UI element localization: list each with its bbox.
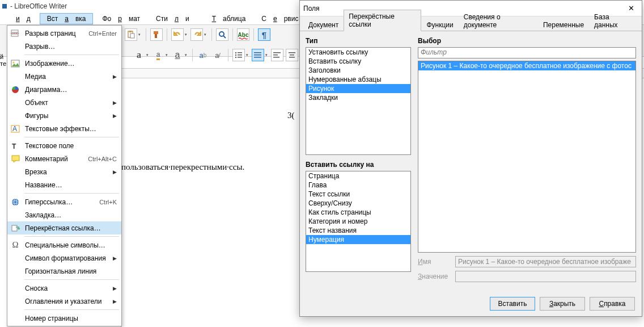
menu-item-19[interactable]: ΩСпециальные символы… [7,238,121,251]
insertref-label: Вставить ссылку на [306,161,411,169]
menu-format[interactable]: Формат [95,14,147,24]
dialog-button-bar: Вставить Закрыть Справка [490,297,635,311]
redo-icon[interactable] [190,28,203,41]
list-item[interactable]: Установить ссылку [306,48,410,57]
underline-icon[interactable]: a [171,49,184,61]
paste-icon[interactable] [125,28,137,41]
blank-icon [10,167,21,177]
svg-rect-34 [12,225,17,231]
menu-item-23[interactable]: Сноска▶ [7,282,121,295]
submenu-arrow-icon: ▶ [113,113,117,119]
list-item[interactable]: Закладки [306,93,410,102]
formatting-marks-icon[interactable]: ¶ [258,28,270,41]
selection-listbox[interactable]: Рисунок 1 – Какое-то очередное бесплатно… [418,61,636,253]
menu-item-11[interactable]: КомментарийCtrl+Alt+C [7,152,121,165]
close-button[interactable]: Закрыть [540,297,585,311]
svg-rect-16 [273,52,281,53]
list-item[interactable]: Текст названия [306,226,410,235]
tab-0[interactable]: Документ [303,18,344,31]
menu-item-label: Комментарий [25,155,79,163]
menu-item-12[interactable]: Врезка▶ [7,165,121,178]
menu-item-4[interactable]: Медиа▶ [7,70,121,83]
filter-input[interactable]: Фильтр [418,47,636,58]
list-item[interactable]: Нумерованные абзацы [306,75,410,84]
menu-item-label: Разрыв страниц [25,30,80,37]
list-item[interactable]: Рисунок 1 – Какое-то очередное бесплатно… [418,61,635,70]
blank-icon [10,98,21,108]
comment-icon [10,154,21,164]
tab-1[interactable]: Перекрёстные ссылки [344,10,421,31]
dropdown-arrow-icon[interactable]: ▾ [203,32,207,37]
type-listbox[interactable]: Установить ссылкуВставить ссылкуЗаголовк… [306,47,411,155]
find-icon[interactable] [216,28,228,41]
menu-item-1[interactable]: Разрыв… [7,40,121,53]
number-list-icon[interactable] [252,49,264,61]
undo-icon[interactable] [171,28,184,41]
menu-item-26[interactable]: Номер страницы [7,312,121,325]
menu-item-label: Разрыв… [25,43,117,51]
align-center-icon[interactable] [286,49,298,61]
omega-icon: Ω [10,240,21,250]
blank-icon [10,296,21,307]
insertref-listbox[interactable]: СтраницаГлаваТекст ссылкиСверху/СнизуКак… [306,171,411,272]
help-button[interactable]: Справка [590,297,635,311]
list-item[interactable]: Рисунок [306,84,410,93]
menu-item-3[interactable]: Изображение… [7,57,121,70]
menu-item-13[interactable]: Название… [7,178,121,191]
char-style-icon[interactable]: ab [197,49,209,61]
blank-icon [10,210,21,220]
list-item[interactable]: Текст ссылки [306,190,410,199]
list-item[interactable]: Глава [306,181,410,190]
dropdown-arrow-icon[interactable]: ▾ [137,32,142,37]
svg-point-11 [235,57,236,58]
menu-item-20[interactable]: Символ форматирования▶ [7,251,121,265]
value-field [455,271,636,282]
left-edge-text: й те [0,53,6,64]
menu-item-10[interactable]: TТекстовое поле [7,139,121,152]
align-left-icon[interactable] [271,49,283,61]
menu-tools[interactable]: Сервис [255,14,305,24]
menu-item-16[interactable]: Закладка… [7,208,121,221]
list-item[interactable]: Категория и номер [306,217,410,226]
spellcheck-icon[interactable]: Abc [237,28,249,41]
menu-item-21[interactable]: Горизонтальная линия [7,265,121,278]
list-item[interactable]: Заголовки [306,66,410,75]
tab-3[interactable]: Сведения о документе [459,10,538,31]
menu-item-7[interactable]: Фигуры▶ [7,109,121,122]
menu-item-15[interactable]: Гиперссылка…Ctrl+K [7,195,121,208]
menu-item-5[interactable]: Диаграмма… [7,83,121,96]
menu-item-17[interactable]: Перекрёстная ссылка… [7,221,121,234]
menu-view[interactable]: ид [2,14,37,24]
svg-text:T: T [12,142,16,150]
svg-point-7 [235,52,236,53]
tab-2[interactable]: Функции [421,18,458,31]
document-page[interactable]: 3( пользоваться·перекрестными·ссы. [121,78,299,327]
svg-rect-4 [155,34,157,38]
bold-icon[interactable]: a [133,49,145,61]
insert-button[interactable]: Вставить [490,297,535,311]
blank-icon [10,180,21,190]
list-item[interactable]: Сверху/Снизу [306,199,410,208]
menu-item-label: Медиа [25,73,107,81]
italic-icon[interactable]: a [152,49,164,61]
menu-item-8[interactable]: AТекстовые эффекты… [7,122,121,135]
list-item[interactable]: Как стиль страницы [306,208,410,217]
menu-item-6[interactable]: Объект▶ [7,96,121,109]
char-style2-icon[interactable]: a/ [211,49,224,61]
menu-styles[interactable]: Стили [149,14,196,24]
bullet-list-icon[interactable] [232,49,245,61]
tab-5[interactable]: База данных [589,10,638,31]
menu-table[interactable]: Таблица [198,14,253,24]
menu-item-label: Символ форматирования [25,254,107,262]
menu-item-24[interactable]: Оглавления и указатели▶ [7,295,121,308]
clone-formatting-icon[interactable] [150,28,163,41]
submenu-arrow-icon: ▶ [113,286,117,291]
blank-icon [10,41,21,52]
dropdown-arrow-icon[interactable]: ▾ [184,32,188,37]
menu-insert[interactable]: Вставка [40,13,94,24]
list-item[interactable]: Вставить ссылку [306,57,410,66]
list-item[interactable]: Страница [306,171,410,181]
list-item[interactable]: Нумерация [306,235,410,244]
menu-item-0[interactable]: Разрыв страницCtrl+Enter [7,27,121,40]
tab-4[interactable]: Переменные [538,18,589,31]
